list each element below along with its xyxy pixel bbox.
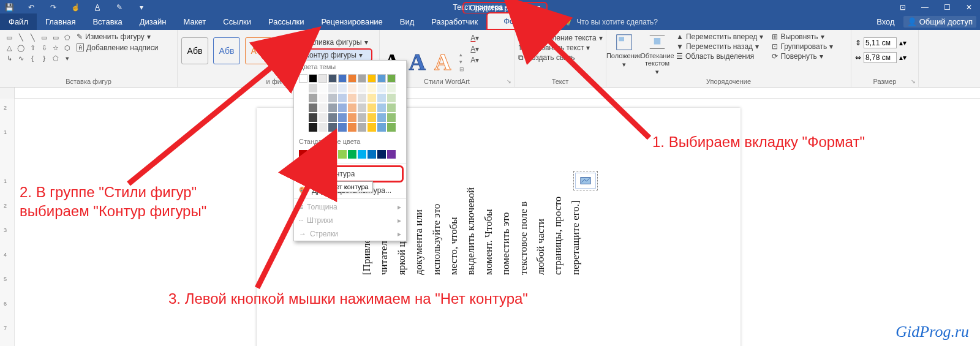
annotation-2: 2. В группе "Стили фигур"выбираем "Конту…: [20, 182, 206, 220]
title-bar: 💾 ↶ ↷ ☝ A ✎ ▾ Текст примера - Word Средс…: [0, 0, 980, 13]
group-label-size: Размер: [851, 78, 918, 85]
send-backward-button[interactable]: ▼ Переместить назад ▾: [676, 42, 763, 51]
wordart-style-2[interactable]: A: [409, 48, 425, 75]
close-icon[interactable]: ✕: [958, 1, 980, 13]
tab-format[interactable]: Формат: [486, 12, 549, 30]
group-button[interactable]: ⊡ Группировать ▾: [772, 42, 833, 51]
horizontal-ruler: [0, 88, 980, 99]
text-direction-button[interactable]: ⅠⅡ Направление текста ▾: [518, 34, 602, 42]
group-label-text: Текст: [514, 78, 606, 85]
highlight-icon[interactable]: ✎: [114, 2, 125, 12]
weight-item[interactable]: ≡ Толщина ▸: [294, 200, 406, 214]
tab-file[interactable]: Файл: [0, 13, 37, 30]
textbox-button[interactable]: 🄰 Добавление надписи: [77, 43, 159, 52]
rotate-button[interactable]: ⟳ Повернуть ▾: [772, 52, 833, 61]
text-align-button[interactable]: ⇅ Выровнять текст ▾: [518, 43, 602, 52]
undo-icon[interactable]: ↶: [26, 2, 37, 12]
align-button[interactable]: ⊞ Выровнять ▾: [772, 32, 833, 41]
tab-mail[interactable]: Рассылки: [260, 13, 312, 30]
tab-home[interactable]: Главная: [37, 13, 84, 30]
share-icon: 👤: [907, 17, 917, 26]
create-link-button[interactable]: ⧉ Создать связь: [518, 53, 602, 62]
ribbon-options-icon[interactable]: ⊡: [892, 1, 914, 13]
standard-colors-header: Стандартные цвета: [294, 135, 406, 148]
style-preset-1[interactable]: Абв: [181, 37, 208, 64]
text-fill-icon[interactable]: A▾: [470, 34, 481, 42]
ribbon-tabs: Файл Главная Вставка Дизайн Макет Ссылки…: [0, 13, 980, 30]
no-outline-icon: ▢: [303, 170, 310, 178]
arrows-item[interactable]: → Стрелки ▸: [294, 227, 406, 241]
tab-design[interactable]: Дизайн: [131, 13, 175, 30]
text-effects-icon[interactable]: A▾: [470, 56, 481, 64]
group-label-arrange: Упорядочение: [606, 78, 851, 85]
style-preset-3[interactable]: Абв: [245, 37, 272, 64]
svg-rect-5: [581, 178, 590, 184]
height-field[interactable]: ⇕ ▴▾: [855, 37, 914, 48]
share-label: Общий доступ: [919, 17, 973, 26]
redo-icon[interactable]: ↷: [48, 2, 59, 12]
selection-pane-button[interactable]: ☰ Область выделения: [676, 52, 763, 61]
quick-access-toolbar: 💾 ↶ ↷ ☝ A ✎ ▾: [0, 2, 151, 13]
tab-view[interactable]: Вид: [391, 13, 423, 30]
tab-refs[interactable]: Ссылки: [214, 13, 260, 30]
theme-colors-header: Цвета темы: [294, 61, 406, 73]
no-outline-item[interactable]: ▢ Нет контура: [296, 165, 404, 182]
group-label-shapes: Вставка фигур: [0, 78, 177, 85]
wa-down-icon[interactable]: ▾: [459, 59, 464, 65]
group-arrange: Положение▾ Обтекание текстом▾ ▲ Перемест…: [606, 30, 851, 87]
tooltip: Нет контура: [326, 181, 373, 192]
shape-outline-dropdown: Цвета темы Стандартные цвета ▢ Нет конту…: [293, 60, 407, 241]
window-controls: ⊡ — ☐ ✕: [892, 1, 980, 13]
style-preset-2[interactable]: Абв: [213, 37, 240, 64]
group-insert-shapes: ▭╲╲▭▭⬠ △◯⇧⇩☆⬡ ↳∿{}⬠▾ ✎ Изменить фигуру ▾…: [0, 30, 178, 87]
tell-me-search[interactable]: 💡 Что вы хотите сделать?: [564, 18, 658, 26]
theme-color-row[interactable]: [299, 74, 401, 83]
theme-shades-grid[interactable]: [299, 84, 401, 132]
tab-insert[interactable]: Вставка: [84, 13, 130, 30]
annotation-3: 3. Левой кнопкой мышки нажимаем на "Нет …: [168, 289, 528, 308]
color-wheel-icon: 🎨: [299, 186, 308, 195]
gallery-down-icon[interactable]: ▾: [278, 45, 283, 51]
tab-review[interactable]: Рецензирование: [312, 13, 391, 30]
minimize-icon[interactable]: —: [914, 1, 936, 13]
shape-style-gallery[interactable]: Абв Абв Абв ▴ ▾ ⊟: [181, 37, 283, 64]
standard-color-row[interactable]: [299, 150, 401, 159]
tab-dev[interactable]: Разработчик: [423, 13, 486, 30]
lightbulb-icon: 💡: [564, 18, 573, 26]
save-icon[interactable]: 💾: [4, 2, 15, 12]
svg-rect-2: [654, 38, 661, 45]
wordart-style-3[interactable]: A: [434, 48, 451, 75]
wa-launcher-icon[interactable]: ↘: [507, 78, 511, 85]
width-input[interactable]: [864, 52, 897, 63]
watermark: GidProg.ru: [895, 323, 969, 341]
qat-more-icon[interactable]: ▾: [136, 2, 147, 12]
share-button[interactable]: 👤 Общий доступ: [903, 16, 976, 28]
wa-up-icon[interactable]: ▴: [459, 51, 464, 58]
font-color-icon[interactable]: A: [92, 2, 103, 12]
ribbon: ▭╲╲▭▭⬠ △◯⇧⇩☆⬡ ↳∿{}⬠▾ ✎ Изменить фигуру ▾…: [0, 30, 980, 88]
tab-layout[interactable]: Макет: [175, 13, 214, 30]
height-input[interactable]: [864, 37, 897, 48]
gallery-up-icon[interactable]: ▴: [278, 37, 283, 43]
svg-rect-1: [619, 37, 624, 41]
maximize-icon[interactable]: ☐: [936, 1, 958, 13]
touch-icon[interactable]: ☝: [70, 2, 81, 12]
bring-forward-button[interactable]: ▲ Переместить вперед ▾: [676, 32, 763, 41]
group-size: ⇕ ▴▾ ⇔ ▴▾ Размер ↘: [851, 30, 919, 87]
width-field[interactable]: ⇔ ▴▾: [855, 52, 914, 63]
text-outline-icon[interactable]: A▾: [470, 45, 481, 53]
signin-link[interactable]: Вход: [876, 17, 894, 26]
edit-shape-button[interactable]: ✎ Изменить фигуру ▾: [77, 32, 159, 41]
dashes-item[interactable]: ┄ Штрихи ▸: [294, 214, 406, 227]
vertical-ruler: 21 12 34 56 7: [0, 99, 15, 346]
selected-shape[interactable]: [575, 173, 596, 189]
size-launcher-icon[interactable]: ↘: [911, 78, 916, 85]
tell-me-placeholder: Что вы хотите сделать?: [576, 18, 658, 26]
annotation-1: 1. Выбираем вкладку "Формат": [652, 132, 865, 151]
gallery-more-icon[interactable]: ⊟: [278, 52, 283, 58]
shape-fill-button[interactable]: 🪣 Заливка фигуры ▾: [292, 37, 372, 47]
wa-more-icon[interactable]: ⊟: [459, 66, 464, 72]
group-text: ⅠⅡ Направление текста ▾ ⇅ Выровнять текс…: [514, 30, 606, 87]
